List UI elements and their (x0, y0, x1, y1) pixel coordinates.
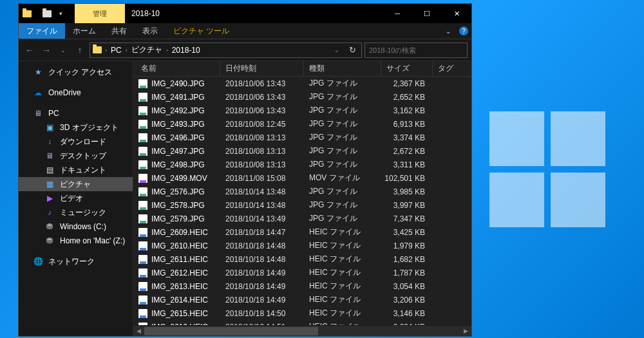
sidebar-pc[interactable]: 🖥 PC (19, 106, 133, 120)
minimize-button[interactable]: ─ (383, 4, 412, 23)
file-date: 2018/10/18 14:49 (220, 282, 304, 291)
sidebar-item-3d[interactable]: ▣3D オブジェクト (19, 120, 133, 135)
chevron-right-icon[interactable]: › (166, 47, 169, 53)
file-type: JPG ファイル (304, 186, 381, 197)
ribbon-tabs: ファイル ホーム 共有 表示 ピクチャ ツール ⌄ ? (19, 23, 471, 39)
file-icon (138, 79, 147, 88)
sidebar-item-mus[interactable]: ♪ミュージック (19, 205, 133, 220)
file-icon (138, 309, 147, 318)
file-name: IMG_2615.HEIC (151, 309, 208, 318)
file-row[interactable]: IMG_2579.JPG2018/10/14 13:49JPG ファイル7,34… (133, 212, 471, 225)
sidebar-item-pc[interactable]: 🖥デスクトップ (19, 149, 133, 163)
sidebar-onedrive[interactable]: ☁ OneDrive (19, 86, 133, 100)
scroll-thumb[interactable] (144, 327, 318, 335)
file-row[interactable]: IMG_2578.JPG2018/10/14 13:48JPG ファイル3,99… (133, 198, 471, 212)
file-row[interactable]: IMG_2576.JPG2018/10/14 13:48JPG ファイル3,98… (133, 185, 471, 198)
file-row[interactable]: IMG_2614.HEIC2018/10/18 14:49HEIC ファイル3,… (133, 293, 471, 306)
maximize-button[interactable]: ☐ (412, 4, 442, 23)
file-row[interactable]: IMG_2613.HEIC2018/10/18 14:49HEIC ファイル3,… (133, 279, 471, 293)
file-date: 2018/10/18 14:50 (220, 309, 304, 318)
file-row[interactable]: IMG_2498.JPG2018/10/08 13:13JPG ファイル3,31… (133, 158, 471, 171)
file-row[interactable]: IMG_2616.HEIC2018/10/18 14:51HEIC ファイル2,… (133, 320, 471, 325)
search-input[interactable] (369, 46, 463, 54)
column-type[interactable]: 種類 (304, 61, 381, 76)
file-row[interactable]: IMG_2612.HEIC2018/10/18 14:49HEIC ファイル1,… (133, 266, 471, 279)
tab-share[interactable]: 共有 (104, 23, 135, 39)
help-button[interactable]: ? (456, 23, 471, 39)
breadcrumb-pictures[interactable]: ピクチャ (129, 44, 164, 55)
file-type: MOV ファイル (304, 173, 381, 183)
file-icon (138, 255, 147, 264)
file-size: 1,787 KB (381, 268, 433, 277)
sidebar-item-vid[interactable]: ▶ビデオ (19, 191, 133, 205)
file-icon (138, 133, 147, 142)
file-size: 3,311 KB (381, 160, 433, 169)
sidebar-item-pic[interactable]: ▦ピクチャ (19, 177, 133, 191)
sidebar-item-label: Windows (C:) (60, 222, 106, 231)
column-date[interactable]: 日付時刻 (220, 61, 304, 76)
search-box[interactable] (365, 42, 468, 58)
properties-icon[interactable] (41, 8, 53, 19)
sidebar-quick-access[interactable]: ★ クイック アクセス (19, 65, 133, 79)
chevron-right-icon[interactable]: › (104, 47, 108, 53)
file-row[interactable]: IMG_2492.JPG2018/10/06 13:43JPG ファイル3,16… (133, 104, 471, 117)
file-name: IMG_2609.HEIC (151, 228, 208, 237)
address-bar[interactable]: › PC › ピクチャ › 2018-10 ⌄ ↻ (90, 42, 362, 58)
nav-history-icon[interactable]: ⌄ (56, 43, 70, 57)
nav-up-icon[interactable]: ↑ (73, 43, 87, 57)
nav-forward-icon[interactable]: → (39, 43, 53, 57)
sidebar-item-label: 3D オブジェクト (60, 122, 118, 133)
network-icon: 🌐 (33, 256, 43, 267)
file-row[interactable]: IMG_2615.HEIC2018/10/18 14:50HEIC ファイル3,… (133, 306, 471, 320)
file-icon (138, 106, 147, 115)
windows-logo (489, 111, 605, 227)
sidebar-item-label: デスクトップ (60, 151, 106, 162)
ribbon-expand-icon[interactable]: ⌄ (440, 23, 456, 39)
file-row[interactable]: IMG_2610.HEIC2018/10/18 14:48HEIC ファイル1,… (133, 239, 471, 252)
file-size: 7,347 KB (381, 214, 433, 223)
breadcrumb-pc[interactable]: PC (109, 46, 124, 55)
sidebar-item-drv[interactable]: ⛃Windows (C:) (19, 220, 133, 234)
sidebar-item-label: ダウンロード (60, 136, 106, 147)
titlebar[interactable]: ▾ 管理 2018-10 ─ ☐ ✕ (19, 4, 471, 23)
scroll-left-icon[interactable]: ◀ (133, 326, 144, 337)
qat-dropdown-icon[interactable]: ▾ (55, 10, 66, 17)
chevron-right-icon[interactable]: › (125, 47, 128, 53)
file-type: JPG ファイル (304, 105, 381, 116)
close-button[interactable]: ✕ (442, 4, 471, 23)
window-title: 2018-10 (125, 4, 383, 23)
tab-file[interactable]: ファイル (19, 23, 65, 39)
scroll-track[interactable] (144, 326, 460, 336)
column-tag[interactable]: タグ (433, 61, 471, 76)
nav-back-icon[interactable]: ← (23, 43, 37, 57)
sidebar-item-dl[interactable]: ↓ダウンロード (19, 135, 133, 149)
context-tab-label: 管理 (75, 4, 125, 23)
file-list[interactable]: IMG_2490.JPG2018/10/06 13:43JPG ファイル2,36… (133, 77, 471, 325)
sidebar-network[interactable]: 🌐 ネットワーク (19, 254, 133, 268)
address-dropdown-icon[interactable]: ⌄ (330, 47, 343, 53)
file-row[interactable]: IMG_2490.JPG2018/10/06 13:43JPG ファイル2,36… (133, 77, 471, 90)
column-size[interactable]: サイズ (381, 61, 433, 76)
sidebar-item-drv[interactable]: ⛃Home on 'Mac' (Z:) (19, 234, 133, 248)
file-row[interactable]: IMG_2497.JPG2018/10/08 13:13JPG ファイル2,67… (133, 144, 471, 158)
horizontal-scrollbar[interactable]: ◀ ▶ (133, 325, 471, 336)
file-name: IMG_2578.JPG (151, 201, 205, 210)
refresh-icon[interactable]: ↻ (345, 45, 360, 55)
file-row[interactable]: IMG_2499.MOV2018/11/08 15:08MOV ファイル102,… (133, 171, 471, 185)
sidebar-item-label: クイック アクセス (48, 67, 112, 78)
file-type: HEIC ファイル (304, 267, 381, 278)
file-row[interactable]: IMG_2496.JPG2018/10/08 13:13JPG ファイル3,37… (133, 131, 471, 144)
file-row[interactable]: IMG_2611.HEIC2018/10/18 14:48HEIC ファイル1,… (133, 252, 471, 266)
file-row[interactable]: IMG_2609.HEIC2018/10/18 14:47HEIC ファイル3,… (133, 225, 471, 239)
file-name: IMG_2579.JPG (151, 214, 205, 223)
sidebar-item-doc[interactable]: ▤ドキュメント (19, 163, 133, 177)
file-row[interactable]: IMG_2493.JPG2018/10/08 12:45JPG ファイル6,91… (133, 117, 471, 131)
tab-picture-tools[interactable]: ピクチャ ツール (166, 23, 237, 39)
breadcrumb-folder[interactable]: 2018-10 (170, 46, 202, 55)
file-type: JPG ファイル (304, 78, 381, 89)
column-name[interactable]: 名前 (133, 61, 220, 76)
tab-home[interactable]: ホーム (65, 23, 104, 39)
tab-view[interactable]: 表示 (135, 23, 166, 39)
file-row[interactable]: IMG_2491.JPG2018/10/06 13:43JPG ファイル2,65… (133, 90, 471, 104)
scroll-right-icon[interactable]: ▶ (460, 326, 471, 337)
